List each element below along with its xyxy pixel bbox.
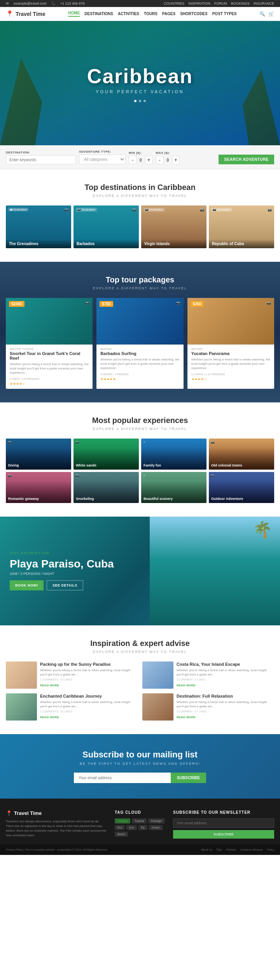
- hero-dot-2[interactable]: [139, 100, 141, 102]
- search-bar: DESTINATION: ADVENTURE TYPE: All categor…: [0, 145, 280, 169]
- tag-culinary[interactable]: Culinary: [115, 818, 130, 823]
- hero-dot-3[interactable]: [144, 100, 146, 102]
- topbar-email[interactable]: example@travel.com: [14, 2, 47, 5]
- adventure-field: ADVENTURE TYPE: All categories: [79, 150, 126, 164]
- footer-link-trips[interactable]: Trips: [216, 848, 222, 851]
- subscribe-form: SUBSCRIBE: [74, 773, 206, 783]
- blog-read-more-2[interactable]: READ MORE: [177, 684, 196, 687]
- blog-post-title-1[interactable]: Packing up for the Sunny Paradise: [40, 661, 138, 667]
- destination-card-3[interactable]: 📷 Destination 📷 Virgin Islands: [141, 205, 206, 248]
- blog-image-4: [142, 693, 173, 721]
- destination-card-2[interactable]: 📷 Destination 📷 Barbados: [74, 205, 139, 248]
- blog-card-3: Enchanted Caribbean Journey Whether you'…: [6, 693, 138, 721]
- tag-tropical[interactable]: Tropical: [132, 818, 147, 823]
- footer-link-reviews[interactable]: Customer Reviews: [240, 848, 263, 851]
- tour-card-3[interactable]: $350 📷 Water Yucatan Panorama Whether yo…: [187, 298, 274, 389]
- tag-package[interactable]: Package: [148, 818, 164, 823]
- exp-card-white-sands[interactable]: 📷 White sands: [74, 439, 139, 470]
- footer-newsletter-button[interactable]: SUBSCRIBE: [173, 830, 274, 839]
- dest-camera-2: 📷: [132, 208, 136, 212]
- blog-read-more-1[interactable]: READ MORE: [40, 684, 59, 687]
- destination-input[interactable]: [6, 155, 76, 164]
- tour-card-1[interactable]: $2400 📷 Water Turns Snorkel Tour in Gran…: [6, 298, 93, 389]
- footer-bottom: Privacy Policy | This is a sample websit…: [0, 844, 280, 855]
- tag-sun[interactable]: Sun: [126, 825, 136, 830]
- footer-link-partners[interactable]: Partners: [226, 848, 236, 851]
- footer-link-about[interactable]: About Us: [201, 848, 212, 851]
- exp-card-romantic[interactable]: 📷 Romantic getaway: [6, 472, 71, 503]
- exp-card-colonial-towns[interactable]: 📷 Old colonial towns: [209, 439, 274, 470]
- nav-post-types[interactable]: POST TYPES: [212, 12, 237, 16]
- min-increase[interactable]: +: [145, 156, 153, 164]
- topbar-insurance[interactable]: INSURANCE: [254, 2, 274, 5]
- exp-card-family-fun[interactable]: ✓ Family fun: [141, 439, 206, 470]
- destination-card-4[interactable]: 📷 Destination 📷 Republic of Cuba: [209, 205, 274, 248]
- footer-newsletter-heading: SUBSCRIBE TO OUR NEWSLETTER: [173, 810, 274, 815]
- footer-logo-text: Travel Time: [14, 810, 42, 816]
- blog-post-title-3[interactable]: Enchanted Caribbean Journey: [40, 693, 138, 699]
- nav-tours[interactable]: TOURS: [144, 12, 158, 16]
- footer: 📍 Travel Time Travelers are always disco…: [0, 799, 280, 844]
- topbar-phone[interactable]: +1 123 456 678: [60, 2, 85, 5]
- nav-shortcodes[interactable]: SHORTCODES: [180, 12, 208, 16]
- nav-home[interactable]: HOME: [68, 11, 80, 17]
- tour-desc-2: Whether you're hiking a forest trail or …: [100, 357, 179, 371]
- tag-ocean[interactable]: Ocean: [149, 825, 163, 830]
- subscribe-email-input[interactable]: [74, 773, 171, 783]
- hero-dot-1[interactable]: [134, 100, 136, 102]
- hero-subtitle: YOUR PERFECT VACATION: [87, 89, 193, 94]
- topbar-forum[interactable]: FORUM: [214, 2, 227, 5]
- search-icon[interactable]: 🔍: [259, 11, 265, 17]
- promo-title: Playa Paraiso, Cuba: [10, 557, 140, 571]
- tag-fly[interactable]: Fly: [138, 825, 147, 830]
- tour-card-2[interactable]: $760 📷 Water Barbados Surfing Whether yo…: [96, 298, 183, 389]
- tag-eco[interactable]: Eco: [115, 825, 125, 830]
- subscribe-button[interactable]: SUBSCRIBE: [171, 773, 206, 783]
- footer-description: Travelers are always discoverers, especi…: [6, 819, 107, 838]
- footer-tags-heading: TAG CLOUD: [115, 810, 165, 815]
- exp-card-scenery[interactable]: ✓ Beautiful scenery: [141, 472, 206, 503]
- exp-card-snorkeling[interactable]: 📷 Snorkeling: [74, 472, 139, 503]
- blog-post-title-4[interactable]: Destination: Full Relaxation: [177, 693, 274, 699]
- promo-book-button[interactable]: BOOK NOW!: [10, 580, 44, 590]
- min-decrease[interactable]: -: [129, 156, 136, 164]
- destinations-grid: 🏔 Destination 📷 The Grenadines 📷 Destina…: [6, 205, 274, 248]
- blog-read-more-4[interactable]: READ MORE: [177, 715, 196, 719]
- tag-cloud: Culinary Tropical Package Eco Sun Fly Oc…: [115, 818, 165, 837]
- promo-details-button[interactable]: SEE DETAILS: [47, 580, 83, 590]
- footer-link-policy[interactable]: Policy: [267, 848, 274, 851]
- cart-icon[interactable]: 🛒: [268, 11, 274, 17]
- destination-field: DESTINATION:: [6, 151, 76, 164]
- min-field: MIN ($): - 0 +: [129, 151, 153, 164]
- min-value: 0: [138, 158, 144, 162]
- tag-beach[interactable]: Beach: [115, 832, 128, 837]
- blog-read-more-3[interactable]: READ MORE: [40, 715, 59, 719]
- tour-img-1: $2400 📷: [6, 298, 93, 345]
- blog-card-4: Destination: Full Relaxation Whether you…: [142, 693, 274, 721]
- blog-post-desc-1: Whether you're hiking a forest trail or …: [40, 668, 138, 677]
- topbar-inspiration[interactable]: INSPIRATION: [188, 2, 210, 5]
- footer-newsletter-input[interactable]: [173, 818, 274, 828]
- top-bar-right: COUNTRIES INSPIRATION FORUM BOOKINGS INS…: [164, 2, 274, 5]
- nav-destinations[interactable]: DESTINATIONS: [84, 12, 113, 16]
- footer-logo-icon: 📍: [6, 810, 12, 816]
- max-decrease[interactable]: -: [156, 156, 164, 164]
- exp-overlay-4: Old colonial towns: [209, 439, 274, 470]
- promo-right: 🌴: [150, 517, 280, 625]
- exp-card-diving[interactable]: 📷 Diving: [6, 439, 71, 470]
- topbar-bookings[interactable]: BOOKINGS: [231, 2, 250, 5]
- adventure-select[interactable]: All categories: [79, 155, 126, 164]
- nav-activities[interactable]: ACTIVITIES: [118, 12, 139, 16]
- nav-pages[interactable]: PAGES: [162, 12, 175, 16]
- topbar-countries[interactable]: COUNTRIES: [164, 2, 184, 5]
- search-button[interactable]: SEARCH ADVENTURE: [219, 155, 274, 164]
- destination-card-1[interactable]: 🏔 Destination 📷 The Grenadines: [6, 205, 71, 248]
- experiences-rows: 📷 Diving 📷 White sands ✓ Family fun 📷: [6, 439, 274, 503]
- max-increase[interactable]: +: [172, 156, 180, 164]
- blog-post-title-2[interactable]: Costa Rica, Your Island Escape: [177, 661, 274, 667]
- experiences-subtitle: EXPLORE A DIFFERENT WAY TO TRAVEL: [6, 427, 274, 431]
- hero-dots: [87, 100, 193, 102]
- exp-card-outdoor[interactable]: 📷 Outdoor Adventure: [209, 472, 274, 503]
- tour-price-1: $2400: [9, 301, 24, 307]
- dest-overlay-2: Barbados: [74, 239, 139, 248]
